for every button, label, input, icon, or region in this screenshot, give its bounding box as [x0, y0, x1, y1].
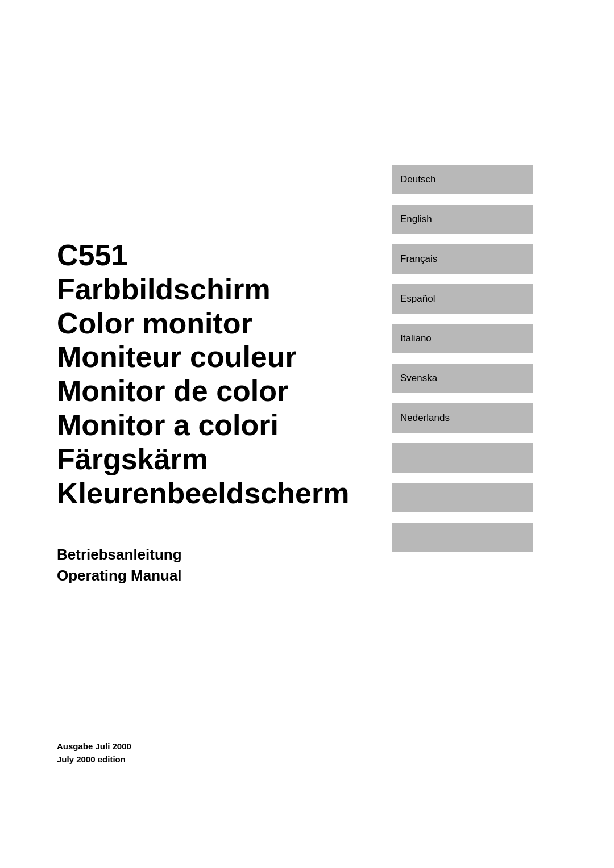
footer-line1: Ausgabe Juli 2000 — [57, 740, 131, 753]
lang-tab-svenska[interactable]: Svenska — [392, 364, 533, 393]
language-tabs-section: Deutsch English Français Español Italian… — [392, 165, 563, 552]
lang-tab-empty-1 — [392, 443, 533, 473]
footer-line2: July 2000 edition — [57, 753, 131, 766]
lang-label-svenska: Svenska — [400, 373, 437, 384]
title-line-2: Color monitor — [57, 307, 252, 340]
manual-subtitle: Betriebsanleitung Operating Manual — [57, 544, 318, 586]
lang-tab-espanol[interactable]: Español — [392, 284, 533, 314]
lang-tab-deutsch[interactable]: Deutsch — [392, 165, 533, 194]
subtitle-line2: Operating Manual — [57, 565, 318, 586]
title-line-6: Färgskärm — [57, 443, 208, 475]
lang-label-francais: Français — [400, 253, 437, 265]
footer-text: Ausgabe Juli 2000 July 2000 edition — [57, 740, 131, 766]
product-title: C551 Farbbildschirm Color monitor Monite… — [57, 239, 318, 510]
title-line-0: C551 — [57, 239, 127, 272]
title-line-4: Monitor de color — [57, 374, 288, 407]
lang-label-english: English — [400, 214, 432, 225]
lang-tab-italiano[interactable]: Italiano — [392, 324, 533, 353]
lang-tab-nederlands[interactable]: Nederlands — [392, 403, 533, 433]
lang-label-espanol: Español — [400, 293, 435, 304]
title-line-7: Kleurenbeeldscherm — [57, 477, 349, 510]
title-line-5: Monitor a colori — [57, 408, 279, 441]
lang-tab-francais[interactable]: Français — [392, 244, 533, 274]
lang-label-deutsch: Deutsch — [400, 174, 435, 185]
title-line-3: Moniteur couleur — [57, 340, 297, 373]
lang-tab-empty-2 — [392, 483, 533, 512]
left-section: C551 Farbbildschirm Color monitor Monite… — [57, 239, 318, 586]
lang-label-nederlands: Nederlands — [400, 412, 450, 424]
lang-tab-empty-3 — [392, 523, 533, 552]
subtitle-line1: Betriebsanleitung — [57, 544, 318, 565]
lang-tab-english[interactable]: English — [392, 205, 533, 234]
page-container: C551 Farbbildschirm Color monitor Monite… — [0, 0, 614, 868]
title-line-1: Farbbildschirm — [57, 273, 271, 306]
lang-label-italiano: Italiano — [400, 333, 432, 344]
